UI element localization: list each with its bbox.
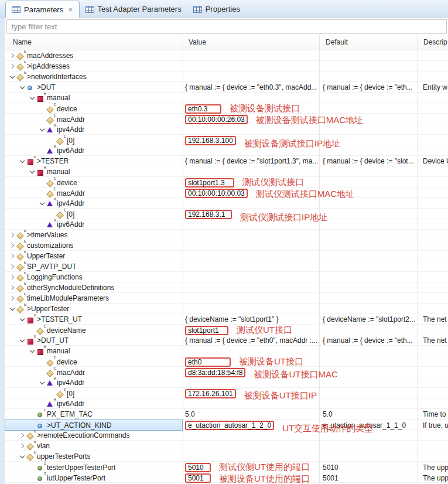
row-name-cell[interactable]: G customizations bbox=[5, 240, 183, 250]
table-row[interactable]: G timeLibModuleParameters bbox=[5, 293, 448, 304]
table-row[interactable]: I iutUpperTesterPort 5001被测设备UT使用的端口 500… bbox=[5, 472, 448, 483]
table-row[interactable]: R manual bbox=[5, 166, 448, 177]
expand-chevron-icon[interactable] bbox=[18, 314, 26, 324]
row-value-cell[interactable]: eth0.3被测设备测试接口 bbox=[183, 103, 320, 114]
row-value-cell[interactable] bbox=[183, 61, 320, 71]
row-name-cell[interactable]: C device bbox=[5, 177, 183, 188]
tab-properties[interactable]: Properties bbox=[187, 1, 246, 17]
row-value-cell[interactable]: { manual := { device := "slot1port1.3", … bbox=[183, 156, 320, 166]
table-row[interactable]: G macAddresses bbox=[5, 50, 448, 61]
table-row[interactable]: C [0] 192.168.3.100被测设备测试接口IP地址 bbox=[5, 135, 448, 145]
row-value-cell[interactable]: 00:10:00:10:00:03测试仪测试接口MAC地址 bbox=[183, 188, 320, 199]
expand-chevron-icon[interactable] bbox=[8, 50, 16, 60]
row-value-cell[interactable]: d8:3a:dd:18:54:f8被测设备UT接口MAC bbox=[183, 367, 320, 378]
row-value-cell[interactable] bbox=[183, 93, 320, 103]
row-value-cell[interactable] bbox=[183, 251, 320, 261]
expand-chevron-icon[interactable] bbox=[8, 261, 16, 271]
expand-chevron-icon[interactable] bbox=[8, 61, 16, 71]
row-name-cell[interactable]: F PX_ETM_TAC bbox=[5, 409, 183, 419]
table-row[interactable]: R ipv4Addr bbox=[5, 377, 448, 388]
value-highlight-box[interactable]: slot1port1 bbox=[185, 326, 228, 335]
expand-chevron-icon[interactable] bbox=[18, 335, 26, 345]
table-row[interactable]: C macAddr 00:10:00:00:26:03被测设备测试接口MAC地址 bbox=[5, 114, 448, 124]
table-row[interactable]: G vlan bbox=[5, 441, 448, 451]
row-name-cell[interactable]: R ipv6Addr bbox=[5, 219, 183, 229]
table-row[interactable]: C device slot1port1.3测试仪测试接口 bbox=[5, 177, 448, 188]
expand-chevron-icon[interactable] bbox=[8, 282, 16, 292]
table-row[interactable]: G >UpperTester bbox=[5, 304, 448, 314]
expand-chevron-icon[interactable] bbox=[18, 441, 26, 451]
row-name-cell[interactable]: G LoggingFunctions bbox=[5, 272, 183, 282]
row-name-cell[interactable]: >DUT bbox=[5, 82, 183, 92]
expand-chevron-icon[interactable] bbox=[28, 166, 36, 176]
row-value-cell[interactable]: e_utaction_autosar_1_2_0UT交互使用动作的类型 bbox=[183, 420, 320, 431]
table-row[interactable]: U >TESTER { manual := { device := "slot1… bbox=[5, 156, 448, 166]
row-name-cell[interactable]: G >networkInterfaces bbox=[5, 71, 183, 81]
value-highlight-box[interactable]: slot1port1.3 bbox=[185, 178, 234, 188]
table-row[interactable]: R ipv6Addr bbox=[5, 398, 448, 409]
expand-chevron-icon[interactable] bbox=[8, 251, 16, 261]
table-row[interactable]: G SP_AVTP_DUT bbox=[5, 261, 448, 272]
row-name-cell[interactable]: G otherSyncModuleDefinitions bbox=[5, 282, 183, 292]
table-row[interactable]: C [0] 192.168.3.1测试仪测试接口IP地址 bbox=[5, 209, 448, 219]
expand-chevron-icon[interactable] bbox=[8, 304, 16, 313]
row-name-cell[interactable]: U >TESTER bbox=[5, 156, 183, 166]
row-name-cell[interactable]: R ipv6Addr bbox=[5, 145, 183, 155]
table-row[interactable]: G >networkInterfaces bbox=[5, 71, 448, 82]
row-name-cell[interactable]: G >UpperTester bbox=[5, 304, 183, 313]
expand-chevron-icon[interactable] bbox=[38, 124, 46, 134]
row-name-cell[interactable]: G UpperTester bbox=[5, 251, 183, 261]
expand-chevron-icon[interactable] bbox=[8, 293, 16, 303]
row-value-cell[interactable] bbox=[183, 261, 320, 271]
row-value-cell[interactable]: eth0被测设备UT接口 bbox=[183, 356, 320, 367]
row-name-cell[interactable]: C [0] bbox=[5, 388, 183, 399]
row-name-cell[interactable]: R manual bbox=[5, 346, 183, 356]
row-name-cell[interactable]: U >TESTER_UT bbox=[5, 314, 183, 324]
tab-test-adapter-parameters[interactable]: Test Adapter Parameters bbox=[80, 1, 187, 17]
table-row[interactable]: I testerUpperTesterPort 5010测试仪侧UT使用的端口 … bbox=[5, 462, 448, 472]
table-row[interactable]: C [0] 172.16.26.101被测设备UT接口IP bbox=[5, 388, 448, 398]
row-name-cell[interactable]: >UT_ACTION_KIND bbox=[5, 420, 183, 431]
row-value-cell[interactable] bbox=[183, 166, 320, 176]
row-name-cell[interactable]: G timeLibModuleParameters bbox=[5, 293, 183, 303]
value-highlight-box[interactable]: 00:10:00:10:00:03 bbox=[185, 189, 248, 198]
value-highlight-box[interactable]: 5010 bbox=[185, 463, 211, 472]
row-value-cell[interactable]: { manual := { device := "eth0", macAddr … bbox=[183, 335, 320, 345]
table-row[interactable]: G customizations bbox=[5, 240, 448, 251]
table-row[interactable]: U >TESTER_UT { deviceName := "slot1port1… bbox=[5, 314, 448, 325]
row-name-cell[interactable]: R manual bbox=[5, 166, 183, 176]
row-name-cell[interactable]: G vlan bbox=[5, 441, 183, 451]
row-name-cell[interactable]: R ipv6Addr bbox=[5, 398, 183, 408]
expand-chevron-icon[interactable] bbox=[18, 430, 26, 440]
row-value-cell[interactable]: slot1port1.3测试仪测试接口 bbox=[183, 177, 320, 188]
row-name-cell[interactable]: R ipv4Addr bbox=[5, 124, 183, 134]
table-row[interactable]: F PX_ETM_TAC 5.0 5.0 Time to bbox=[5, 409, 448, 420]
row-name-cell[interactable]: C device bbox=[5, 356, 183, 367]
table-row[interactable]: R manual bbox=[5, 346, 448, 356]
expand-chevron-icon[interactable] bbox=[38, 198, 46, 208]
table-row[interactable]: R ipv4Addr bbox=[5, 198, 448, 209]
expand-chevron-icon[interactable] bbox=[8, 71, 16, 81]
row-name-cell[interactable]: R ipv4Addr bbox=[5, 198, 183, 208]
table-row[interactable]: G >remoteExecutionCommands bbox=[5, 430, 448, 441]
column-header-description[interactable]: Descrip bbox=[418, 35, 448, 50]
tab-parameters[interactable]: Parameters ✕ bbox=[5, 1, 80, 18]
row-name-cell[interactable]: G >ipAddresses bbox=[5, 61, 183, 71]
expand-chevron-icon[interactable] bbox=[8, 272, 16, 282]
table-row[interactable]: R ipv4Addr bbox=[5, 124, 448, 135]
row-name-cell[interactable]: U >DUT_UT bbox=[5, 335, 183, 345]
row-value-cell[interactable] bbox=[183, 240, 320, 250]
table-row[interactable]: >DUT { manual := { device := "eth0.3", m… bbox=[5, 82, 448, 93]
row-value-cell[interactable] bbox=[183, 304, 320, 313]
expand-chevron-icon[interactable] bbox=[18, 156, 26, 166]
row-value-cell[interactable] bbox=[183, 71, 320, 81]
row-name-cell[interactable]: C [0] bbox=[5, 209, 183, 220]
value-highlight-box[interactable]: eth0 bbox=[185, 357, 231, 367]
row-name-cell[interactable]: C macAddr bbox=[5, 367, 183, 378]
table-row[interactable]: G upperTesterPorts bbox=[5, 451, 448, 462]
row-name-cell[interactable]: G >timerValues bbox=[5, 230, 183, 240]
expand-chevron-icon[interactable] bbox=[28, 346, 36, 356]
row-value-cell[interactable]: slot1port1测试仪UT接口 bbox=[183, 325, 320, 336]
column-header-default[interactable]: Default bbox=[320, 35, 418, 50]
column-header-name[interactable]: Name bbox=[5, 35, 183, 50]
